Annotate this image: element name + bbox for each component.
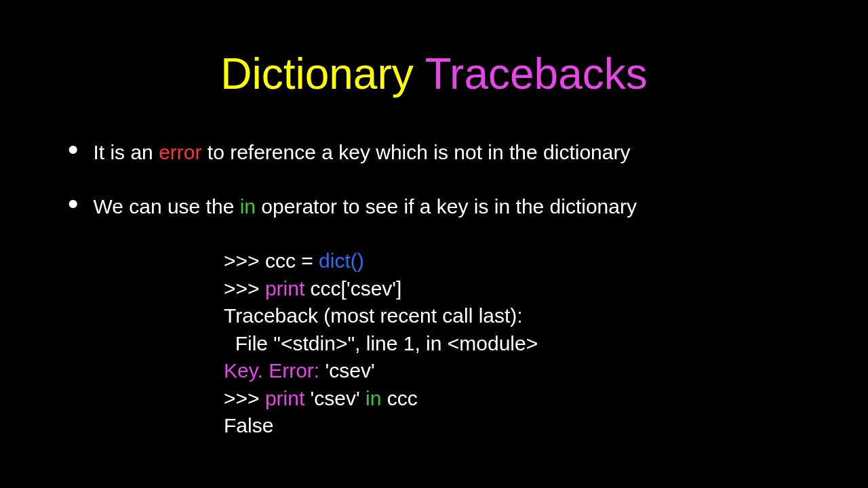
code-keyword: in: [366, 387, 387, 409]
code-text: ccc: [387, 387, 418, 409]
bullet-icon: •: [68, 142, 78, 157]
code-line: >>> print ccc['csev']: [224, 275, 868, 303]
bullet-item: • We can use the in operator to see if a…: [68, 194, 814, 220]
code-keyword: print: [265, 277, 311, 300]
code-line: >>> print 'csev' in ccc: [224, 385, 868, 413]
keyword-error: error: [159, 141, 201, 163]
code-text: >>>: [224, 277, 265, 300]
bullet-list: • It is an error to reference a key whic…: [0, 140, 868, 219]
bullet-post: to reference a key which is not in the d…: [201, 141, 630, 163]
code-text: ccc['csev']: [311, 277, 402, 300]
code-keyword: dict(): [319, 249, 364, 272]
keyword-in: in: [240, 195, 256, 218]
slide-title: Dictionary Tracebacks: [0, 0, 868, 99]
bullet-post: operator to see if a key is in the dicti…: [256, 195, 637, 218]
code-line: >>> ccc = dict(): [224, 247, 868, 275]
slide: Dictionary Tracebacks • It is an error t…: [0, 0, 868, 488]
bullet-pre: It is an: [93, 141, 159, 163]
code-block: >>> ccc = dict() >>> print ccc['csev'] T…: [224, 247, 868, 440]
bullet-icon: •: [68, 197, 78, 211]
code-line: File "<stdin>", line 1, in <module>: [224, 330, 868, 358]
bullet-text: We can use the in operator to see if a k…: [93, 194, 637, 220]
code-line: False: [224, 412, 868, 440]
code-text: >>>: [224, 387, 265, 409]
bullet-pre: We can use the: [93, 195, 239, 218]
code-line: Key. Error: 'csev': [224, 357, 868, 385]
title-word-1: Dictionary: [220, 49, 414, 98]
bullet-item: • It is an error to reference a key whic…: [68, 140, 814, 165]
bullet-text: It is an error to reference a key which …: [93, 140, 630, 165]
code-line: Traceback (most recent call last):: [224, 302, 868, 330]
code-keyword: Key. Error:: [224, 359, 325, 382]
code-text: 'csev': [325, 359, 374, 382]
code-keyword: print: [265, 387, 311, 409]
title-word-2: Tracebacks: [425, 49, 647, 98]
code-text: >>> ccc =: [224, 249, 319, 272]
code-text: 'csev': [311, 387, 366, 409]
